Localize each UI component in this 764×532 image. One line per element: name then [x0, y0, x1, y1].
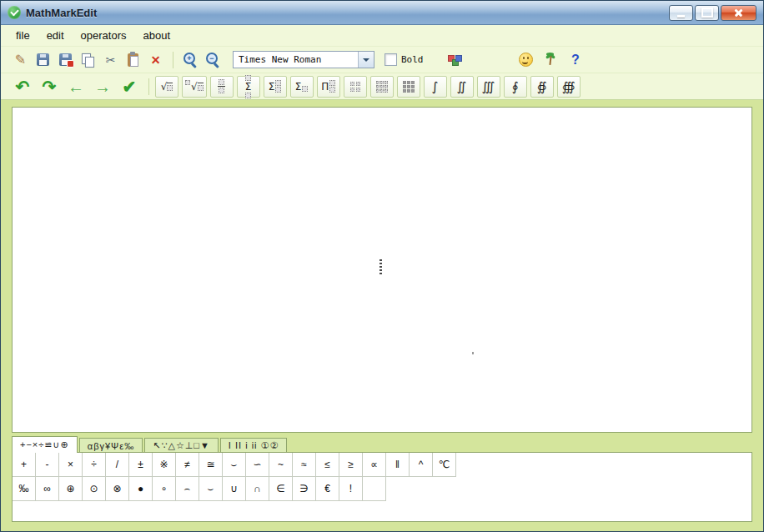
matrix-3x3-filled-icon	[403, 81, 415, 93]
symbol-cell[interactable]: ≥	[339, 453, 363, 477]
symbol-panel: +-×÷/±※≠≅⌣∽~≈≤≥∝‖^℃‰∞⊕⊙⊗●∘⌢⌣∪∩∈∋€!	[12, 452, 752, 522]
symbol-tab-2[interactable]: αβγ¥Ψε‰	[79, 438, 143, 453]
menu-item-about[interactable]: about	[135, 26, 179, 45]
symbol-cell[interactable]: ⌢	[176, 477, 199, 501]
edit-pencil-button[interactable]: ✎	[9, 49, 32, 70]
symbol-cell[interactable]: ⊙	[83, 477, 106, 501]
save-as-button[interactable]	[54, 49, 77, 70]
sum-sub-button[interactable]: Σ	[290, 76, 314, 98]
help-button[interactable]: ?	[565, 49, 587, 70]
minimize-button[interactable]	[669, 5, 693, 21]
symbol-grid: +-×÷/±※≠≅⌣∽~≈≤≥∝‖^℃‰∞⊕⊙⊗●∘⌢⌣∪∩∈∋€!	[13, 453, 751, 501]
symbol-cell[interactable]: ∋	[293, 477, 316, 501]
nth-root-button[interactable]: √	[182, 76, 207, 98]
matrix-3x3-icon	[376, 81, 388, 93]
zoom-out-button[interactable]: −	[202, 49, 224, 70]
undo-button[interactable]: ↶	[9, 76, 36, 98]
symbol-cell[interactable]: €	[316, 477, 339, 501]
symbol-cell[interactable]: ∝	[363, 453, 386, 477]
symbol-cell[interactable]: ∈	[269, 477, 293, 501]
symbol-cell[interactable]: ≠	[176, 453, 199, 477]
paste-button[interactable]	[122, 49, 144, 70]
matrix-2x2-button[interactable]	[344, 76, 367, 98]
symbol-cell[interactable]: -	[36, 453, 59, 477]
symbol-cell[interactable]: /	[106, 453, 129, 477]
symbol-cell[interactable]: ∞	[36, 477, 59, 501]
fraction-icon	[218, 79, 225, 93]
symbol-tab-3[interactable]: ↖∵△☆⊥□▼	[144, 438, 219, 453]
surface-integral-icon: ∯	[537, 79, 547, 94]
font-selector[interactable]: Times New Roman	[233, 51, 374, 68]
zoom-group: +−	[179, 49, 224, 70]
sqrt-button[interactable]: √	[155, 76, 178, 98]
symbol-cell[interactable]: ≈	[293, 453, 316, 477]
integral-button[interactable]: ∫	[424, 76, 447, 98]
symbol-cell[interactable]: ‰	[13, 477, 36, 501]
operator-group: √√ΣΣΣΠ∫∬∭∮∯∰	[155, 76, 584, 98]
symbol-cell[interactable]: ∪	[223, 477, 246, 501]
sum-subsup-icon: Σ	[269, 80, 282, 93]
symbol-tab-4[interactable]: I II i ii ①②	[220, 438, 287, 453]
nth-root-icon: √	[185, 80, 204, 93]
menu-item-operators[interactable]: operators	[73, 26, 135, 45]
menu-item-file[interactable]: file	[8, 26, 38, 45]
symbol-cell[interactable]: ∽	[246, 453, 269, 477]
contour-integral-button[interactable]: ∮	[504, 76, 527, 98]
back-button[interactable]: ←	[63, 76, 89, 98]
maximize-button[interactable]	[695, 5, 719, 21]
menu-bar: fileeditoperatorsabout	[1, 25, 763, 47]
zoom-in-button[interactable]: +	[179, 49, 202, 70]
delete-button[interactable]: ✕	[144, 49, 167, 70]
fraction-button[interactable]	[210, 76, 234, 98]
triple-integral-button[interactable]: ∭	[477, 76, 500, 98]
palm-button[interactable]	[539, 49, 561, 70]
redo-button[interactable]: ↷	[36, 76, 63, 98]
redo-icon: ↷	[43, 78, 57, 95]
title-bar: MathMarkEdit	[1, 1, 763, 25]
symbol-cell[interactable]: ⊕	[59, 477, 83, 501]
double-integral-button[interactable]: ∬	[450, 76, 474, 98]
symbol-cell[interactable]: ≤	[316, 453, 339, 477]
symbol-cell[interactable]: ÷	[83, 453, 106, 477]
symbol-cell[interactable]: ⊗	[106, 477, 129, 501]
symbol-cell[interactable]: ~	[269, 453, 293, 477]
symbol-cell[interactable]: ≅	[199, 453, 223, 477]
symbol-cell[interactable]: +	[13, 453, 36, 477]
matrix-3x3-button[interactable]	[370, 76, 394, 98]
symbol-cell[interactable]: !	[339, 477, 363, 501]
symbol-cell[interactable]: ‖	[386, 453, 410, 477]
symbol-cell[interactable]: ℃	[433, 453, 456, 477]
matrix-3x3-filled-button[interactable]	[397, 76, 420, 98]
forward-button[interactable]: →	[89, 76, 116, 98]
editor-canvas[interactable]	[12, 107, 752, 433]
menu-item-edit[interactable]: edit	[38, 26, 73, 45]
symbol-cell[interactable]: ^	[410, 453, 433, 477]
sum-subsup-button[interactable]: Σ	[264, 76, 287, 98]
triple-integral-icon: ∭	[482, 79, 495, 94]
product-button[interactable]: Π	[317, 76, 340, 98]
symbol-cell[interactable]: ⌣	[223, 453, 246, 477]
symbol-tab-1[interactable]: +−×÷≌∪⊕	[12, 436, 78, 453]
symbol-cell[interactable]: ※	[153, 453, 176, 477]
surface-integral-button[interactable]: ∯	[530, 76, 554, 98]
symbol-cell[interactable]: ∩	[246, 477, 269, 501]
symbol-cell[interactable]: ∘	[153, 477, 176, 501]
chevron-down-icon[interactable]	[358, 52, 374, 68]
symbol-cell[interactable]: ±	[129, 453, 153, 477]
smiley-button[interactable]	[515, 49, 537, 70]
math-toolbar: ↶↷←→✔ √√ΣΣΣΠ∫∬∭∮∯∰	[1, 73, 763, 100]
close-button[interactable]	[721, 5, 756, 21]
bold-checkbox[interactable]	[385, 53, 397, 66]
format-button[interactable]	[444, 49, 466, 70]
symbol-cell[interactable]: ×	[59, 453, 83, 477]
symbol-tabs: +−×÷≌∪⊕αβγ¥Ψε‰↖∵△☆⊥□▼I II i ii ①②	[12, 437, 752, 453]
apply-button[interactable]: ✔	[116, 76, 143, 98]
symbol-cell[interactable]: ●	[129, 477, 153, 501]
volume-integral-button[interactable]: ∰	[557, 76, 581, 98]
symbol-cell[interactable]: ⌣	[199, 477, 223, 501]
bold-toggle[interactable]: Bold	[385, 53, 424, 66]
copy-button[interactable]	[77, 49, 99, 70]
cut-button[interactable]: ✂	[99, 49, 122, 70]
save-button[interactable]	[32, 49, 54, 70]
sum-limits-button[interactable]: Σ	[237, 76, 260, 98]
